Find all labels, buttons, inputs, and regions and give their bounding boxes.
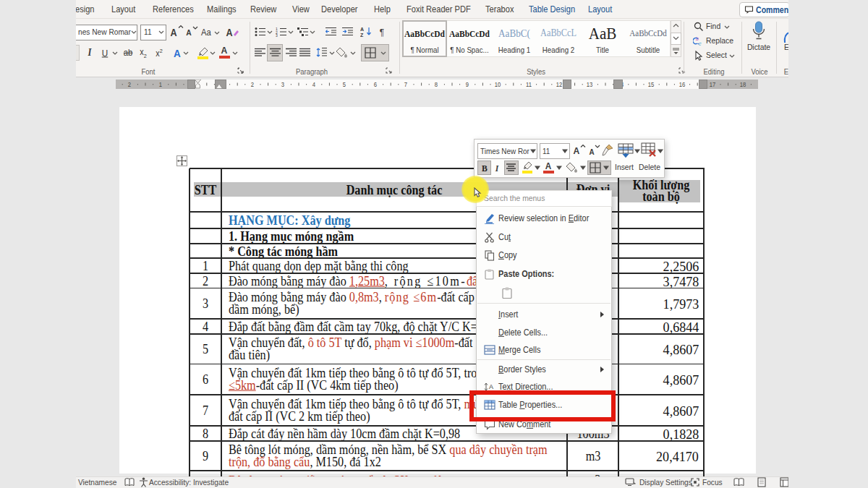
svg-text:A: A xyxy=(360,27,364,32)
svg-text:Z: Z xyxy=(360,33,364,38)
svg-text:A: A xyxy=(489,383,493,390)
svg-text:c: c xyxy=(699,41,702,46)
svg-text:3: 3 xyxy=(276,33,278,37)
